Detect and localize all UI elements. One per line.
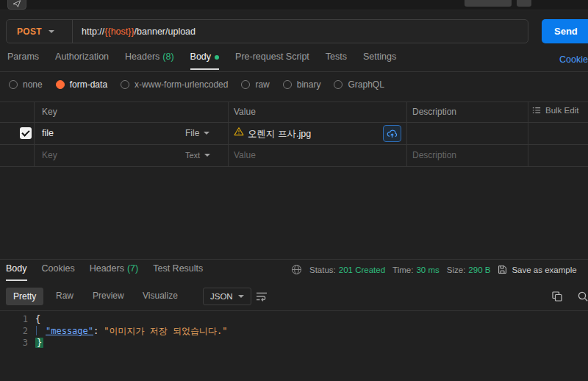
text-type-select[interactable]: Text [185, 151, 210, 160]
table-border [228, 102, 229, 166]
body-type-label: GraphQL [348, 79, 384, 90]
body-type-none[interactable]: none [9, 79, 43, 90]
chevron-down-icon [204, 154, 210, 157]
send-icon[interactable] [7, 0, 26, 10]
radio-selected-icon [56, 80, 65, 89]
save-as-example-label: Save as example [512, 266, 576, 274]
table-border [0, 102, 588, 102]
response-tab-body[interactable]: Body [6, 263, 27, 281]
column-header-description: Description [412, 107, 456, 117]
search-icon[interactable] [577, 291, 588, 302]
tab-headers[interactable]: Headers(8) [125, 51, 174, 70]
tab-tests[interactable]: Tests [326, 51, 347, 70]
json-string-value: "이미지가 저장 되었습니다." [104, 326, 227, 336]
method-label: POST [17, 26, 42, 37]
file-type-select[interactable]: File [185, 128, 209, 138]
view-preview-button[interactable]: Preview [93, 291, 124, 301]
json-key[interactable]: "message" [46, 326, 93, 336]
body-type-raw[interactable]: raw [241, 79, 269, 90]
send-button[interactable]: Send [542, 19, 588, 43]
code-line: 3 } [0, 337, 588, 349]
body-type-graphql[interactable]: GraphQL [334, 79, 384, 90]
code-line: 1 { [0, 313, 588, 325]
body-type-urlencoded[interactable]: x-www-form-urlencoded [121, 79, 228, 90]
chevron-down-icon [238, 295, 244, 298]
request-tabs: Params Authorization Headers(8) Body Pre… [7, 51, 396, 70]
radio-icon [9, 80, 18, 89]
response-tab-headers-label: Headers [90, 263, 124, 274]
line-number: 3 [0, 337, 35, 349]
bulk-edit-label: Bulk Edit [545, 106, 578, 115]
format-select[interactable]: JSON [203, 288, 251, 305]
method-select[interactable]: POST [7, 20, 73, 43]
row-checkbox[interactable] [20, 127, 32, 139]
view-pretty-button[interactable]: Pretty [6, 288, 43, 305]
size-value: 290 B [468, 266, 490, 274]
request-url-bar: POST http://{{host}}/banner/upload [6, 19, 528, 43]
table-border [406, 102, 407, 166]
cookies-link[interactable]: Cookies [559, 54, 588, 65]
globe-icon[interactable] [291, 264, 302, 275]
closing-brace-highlight: } [35, 338, 43, 348]
body-type-selector: none form-data x-www-form-urlencoded raw… [9, 77, 384, 92]
status-value: 201 Created [339, 266, 385, 274]
top-toolbar-button-small[interactable] [517, 0, 531, 7]
radio-icon [283, 80, 292, 89]
divider [0, 71, 588, 72]
format-label: JSON [210, 292, 233, 301]
table-border [34, 102, 35, 166]
body-type-form-data[interactable]: form-data [56, 79, 107, 90]
key-placeholder[interactable]: Key [42, 150, 57, 160]
postman-app: POST http://{{host}}/banner/upload Send … [0, 0, 588, 381]
response-tab-headers-count: (7) [127, 263, 138, 274]
paper-plane-icon [12, 0, 21, 7]
file-type-label: File [185, 128, 199, 138]
body-type-label: none [23, 79, 43, 90]
value-placeholder[interactable]: Value [234, 150, 256, 160]
tab-params[interactable]: Params [7, 51, 39, 70]
body-type-label: x-www-form-urlencoded [135, 79, 228, 90]
table-border [0, 144, 588, 145]
body-type-label: raw [255, 79, 269, 90]
save-as-example-button[interactable]: Save as example [498, 265, 576, 274]
code-line: 2 "message":"이미지가 저장 되었습니다." [0, 325, 588, 337]
bulk-edit-button[interactable]: Bulk Edit [532, 106, 578, 115]
url-input[interactable]: http://{{host}}/banner/upload [73, 20, 528, 43]
tab-authorization[interactable]: Authorization [55, 51, 109, 70]
json-colon: : [93, 326, 98, 336]
body-type-binary[interactable]: binary [283, 79, 321, 90]
top-toolbar-button[interactable] [465, 0, 512, 7]
key-cell[interactable]: file [42, 128, 54, 138]
column-header-key: Key [42, 107, 57, 117]
response-tab-headers[interactable]: Headers(7) [90, 263, 139, 281]
column-header-value: Value [234, 107, 256, 117]
response-tabs: Body Cookies Headers(7) Test Results [6, 263, 203, 281]
time-value: 30 ms [416, 266, 439, 274]
tab-settings[interactable]: Settings [363, 51, 396, 70]
code-text: } [35, 337, 43, 349]
status-label: Status: [309, 266, 336, 274]
tab-pre-request-script[interactable]: Pre-request Script [235, 51, 309, 70]
view-visualize-button[interactable]: Visualize [143, 291, 178, 301]
save-icon [498, 265, 507, 274]
tab-body[interactable]: Body [190, 51, 220, 70]
body-content-dot [215, 55, 219, 60]
wrap-text-icon[interactable] [256, 291, 268, 302]
upload-file-button[interactable] [383, 125, 401, 142]
url-protocol: http:// [82, 26, 104, 37]
upload-cloud-icon [387, 129, 398, 138]
copy-icon[interactable] [551, 291, 563, 302]
response-tab-test-results[interactable]: Test Results [153, 263, 203, 281]
description-placeholder[interactable]: Description [412, 150, 456, 160]
status-group: Status:201 Created [309, 266, 385, 274]
bulk-edit-icon [532, 106, 541, 115]
url-variable: {{host}} [104, 26, 134, 37]
url-path: /banner/upload [135, 26, 196, 37]
file-name-value[interactable]: 오렌지 프사.jpg [248, 128, 311, 140]
view-raw-button[interactable]: Raw [56, 291, 74, 301]
radio-icon [241, 80, 250, 89]
code-text: "message":"이미지가 저장 되었습니다." [35, 325, 227, 337]
table-border [528, 102, 528, 166]
response-tab-cookies[interactable]: Cookies [42, 263, 75, 281]
body-type-label: form-data [70, 79, 107, 90]
